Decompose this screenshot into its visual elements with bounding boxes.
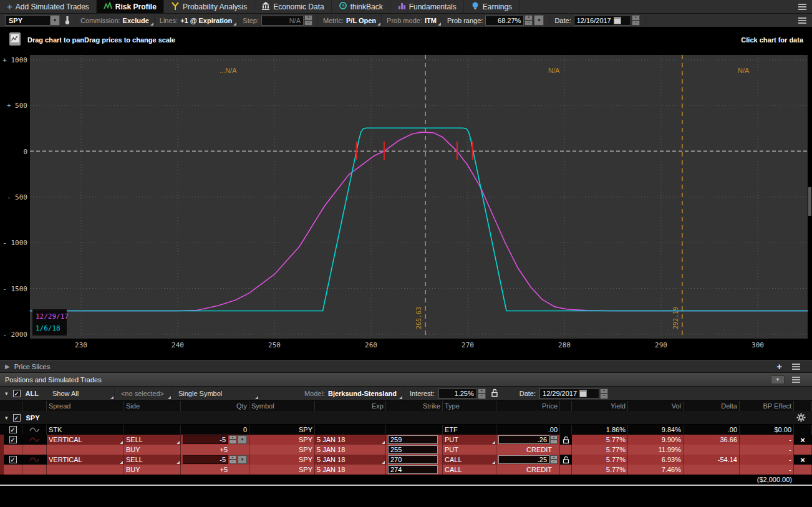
lines-control[interactable]: Lines: +1 @ Expiration [155,14,238,27]
type-dropdown[interactable]: CALL [443,455,496,465]
qty-dropdown-button[interactable]: ▼ [238,455,247,464]
price-stepper[interactable]: +− [550,455,558,464]
interest-input[interactable]: 1.25% [438,389,477,398]
model-dropdown[interactable]: Model: Bjerksund-Stensland [298,387,404,400]
positions-collapse-button[interactable]: ▼ [771,375,785,384]
interest-stepper[interactable]: +− [478,389,486,399]
show-all-dropdown[interactable]: Show All [46,387,115,400]
qty-stepper[interactable]: +− [229,455,236,464]
controls-menu-icon[interactable] [798,17,806,24]
group-chevron-icon[interactable]: ▾ [5,415,8,421]
padlock-open-icon[interactable] [560,455,572,465]
tab-thinkback[interactable]: thinkBack [332,0,390,13]
strike-input[interactable]: 270 [388,455,438,464]
col-header-yield[interactable]: Yield [572,401,628,411]
all-checkbox[interactable]: ✓ [13,390,21,397]
position-row-stock[interactable]: ✓ STK 0 SPY ETF .00 1.86% 9.84% .00 $0.0… [0,425,812,435]
expand-triangle-icon[interactable]: ▶ [5,363,10,370]
col-header-qty[interactable]: Qty [181,401,249,411]
col-header-price[interactable]: Price [496,401,560,411]
tab-economic-data[interactable]: Economic Data [254,0,331,13]
exp-dropdown[interactable]: 5 JAN 18 [315,435,386,445]
price-slices-bar[interactable]: ▶ Price Slices + [0,360,812,373]
side-dropdown[interactable]: SELL [124,455,181,465]
row-checkbox[interactable]: ✓ [9,426,17,433]
price-input[interactable]: .25 [498,455,549,464]
price-slices-menu-icon[interactable] [792,364,800,370]
col-header-side[interactable]: Side [124,401,181,411]
padlock-open-icon[interactable] [560,435,572,445]
symbol-group-row[interactable]: ▾ ✓ SPY [0,411,812,425]
col-header-symbol[interactable]: Symbol [249,401,315,411]
strike-input[interactable]: 274 [388,465,438,474]
metric-control[interactable]: Metric: P/L Open [318,14,382,27]
col-header-bp-effect[interactable]: BP Effect [740,401,794,411]
row-checkbox[interactable]: ✓ [9,436,17,443]
prob-mode-control[interactable]: Prob mode: ITM [382,14,442,27]
tab-probability-analysis[interactable]: Probability Analysis [164,0,254,13]
remove-row-button[interactable]: × [800,456,805,464]
price-input[interactable]: .26 [498,435,549,444]
pl-curve-icon[interactable] [22,425,47,435]
positions-date-input[interactable]: 12/29/2017 [539,389,599,398]
qty-dropdown-button[interactable]: ▼ [238,435,247,444]
side-dropdown[interactable]: SELL [124,435,181,445]
spread-dropdown[interactable]: VERTICAL [47,455,124,465]
group-checkbox[interactable]: ✓ [13,414,21,422]
group-selector-dropdown[interactable]: <no selected> [115,387,172,400]
commission-control[interactable]: Commission: Exclude [75,14,155,27]
step-stepper[interactable]: +− [304,15,312,26]
col-header-exp[interactable]: Exp [315,401,386,411]
prob-range-stepper[interactable]: +− [524,15,533,26]
symbol-combo[interactable]: SPY ▼ [5,15,60,26]
calendar-icon[interactable] [614,17,621,24]
tab-fundamentals[interactable]: Fundamentals [390,0,464,13]
positions-date-stepper[interactable]: +− [600,389,608,399]
prob-range-dropdown-button[interactable]: ▼ [534,15,544,26]
symbol-dropdown-button[interactable]: ▼ [50,15,60,26]
position-row-sell-put[interactable]: ✓ VERTICAL SELL -5 +− ▼ SPY 5 JAN 18 259… [0,435,812,445]
exp-dropdown[interactable]: 5 JAN 18 [315,455,386,465]
remove-row-button[interactable]: × [800,436,805,444]
tab-earnings[interactable]: Earnings [464,0,520,13]
strike-input[interactable]: 259 [388,435,438,444]
date-input[interactable]: 12/16/2017 [574,16,631,26]
tab-bar-menu-icon[interactable] [798,4,806,10]
chart-thumbnail-icon[interactable] [7,31,22,49]
symbol-mode-dropdown[interactable]: Single Symbol [172,387,259,400]
spread-dropdown[interactable]: VERTICAL [47,435,124,445]
pl-curve-icon[interactable] [22,435,47,445]
col-header-type[interactable]: Type [443,401,496,411]
padlock-open-icon[interactable] [491,389,498,398]
qty-input[interactable]: -5 [183,455,228,464]
step-input[interactable]: N/A [261,16,304,26]
risk-chart-svg[interactable]: 230240250260270280290300+ 1000+ 5000- 50… [0,52,812,352]
col-header-strike[interactable]: Strike [386,401,443,411]
gear-icon[interactable] [796,413,806,423]
positions-menu-icon[interactable] [792,377,800,383]
tab-risk-profile[interactable]: Risk Profile [97,0,164,13]
clock-icon [339,1,347,12]
col-header-vol[interactable]: Vol [628,401,684,411]
strike-input[interactable]: 255 [388,445,438,454]
add-price-slice-button[interactable]: + [776,361,782,372]
thermometer-icon[interactable] [65,15,70,26]
date-stepper[interactable]: +− [632,15,640,26]
prob-range-input[interactable]: 68.27% [485,16,524,26]
pl-curve-icon[interactable] [22,455,47,465]
price-stepper[interactable]: +− [550,435,558,444]
cell-exp: 5 JAN 18 [315,465,386,475]
qty-stepper[interactable]: +− [229,435,236,444]
row-checkbox[interactable]: ✓ [9,456,17,463]
position-row-buy-call[interactable]: BUY +5 SPY 5 JAN 18 274 CALL CREDIT 5.77… [0,465,812,475]
type-dropdown[interactable]: PUT [443,435,496,445]
risk-profile-chart[interactable]: 230240250260270280290300+ 1000+ 5000- 50… [0,52,812,352]
calendar-icon[interactable] [579,390,587,397]
col-header-delta[interactable]: Delta [684,401,740,411]
collapse-chevron-icon[interactable]: ▾ [5,390,8,397]
tab-add-simulated-trades[interactable]: + Add Simulated Trades [0,0,97,13]
col-header-spread[interactable]: Spread [47,401,124,411]
qty-input[interactable]: -5 [183,435,228,444]
position-row-sell-call[interactable]: ✓ VERTICAL SELL -5 +− ▼ SPY 5 JAN 18 270… [0,455,812,465]
position-row-buy-put[interactable]: BUY +5 SPY 5 JAN 18 255 PUT CREDIT 5.77%… [0,445,812,455]
